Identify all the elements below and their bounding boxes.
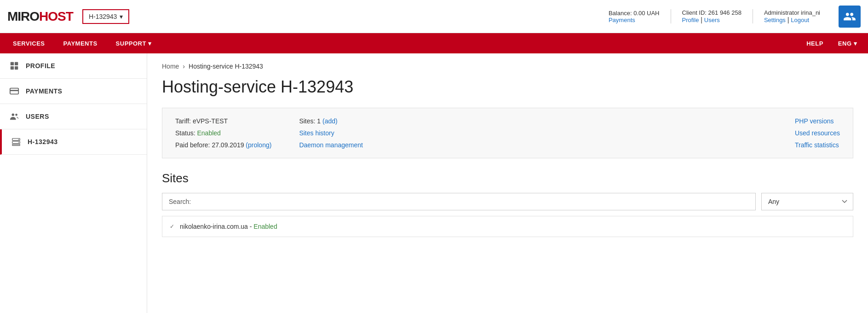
svg-point-9 bbox=[18, 139, 19, 140]
service-info-col-left: Tariff: eVPS-TEST Status: Enabled Paid b… bbox=[175, 117, 271, 149]
logout-link[interactable]: Logout bbox=[791, 17, 809, 23]
admin-block: Administrator irina_ni Settings | Logout bbox=[753, 9, 831, 23]
client-id-label: Client ID: 261 946 258 bbox=[682, 9, 742, 16]
svg-rect-5 bbox=[10, 90, 18, 91]
site-status-badge: Enabled bbox=[253, 223, 277, 230]
daemon-link[interactable]: Daemon management bbox=[299, 141, 363, 149]
svg-point-7 bbox=[15, 114, 17, 116]
svg-rect-3 bbox=[15, 66, 18, 70]
status-row: Status: Enabled bbox=[175, 129, 271, 137]
page-title: Hosting-service H-132943 bbox=[162, 77, 853, 97]
svg-rect-0 bbox=[11, 62, 14, 65]
sidebar-item-profile[interactable]: PROFILE bbox=[0, 53, 147, 79]
nav-support[interactable]: SUPPORT ▾ bbox=[107, 33, 161, 53]
domain-name: nikolaenko-irina.com.ua bbox=[180, 223, 248, 230]
sites-history-link[interactable]: Sites history bbox=[299, 129, 334, 137]
admin-label: Administrator irina_ni bbox=[764, 9, 820, 16]
avatar[interactable] bbox=[839, 6, 861, 28]
nav-lang[interactable]: ENG ▾ bbox=[831, 40, 864, 47]
sidebar-profile-label: PROFILE bbox=[26, 62, 55, 70]
main-layout: PROFILE PAYMENTS USERS bbox=[0, 53, 868, 313]
sites-label: Sites: bbox=[299, 117, 315, 125]
content-area: Home › Hosting-service H-132943 Hosting-… bbox=[147, 53, 868, 313]
logo: MIRO HOST bbox=[7, 9, 73, 24]
site-domain: nikolaenko-irina.com.ua - Enabled bbox=[180, 223, 277, 230]
lang-chevron-icon: ▾ bbox=[854, 40, 857, 47]
service-info-panel: Tariff: eVPS-TEST Status: Enabled Paid b… bbox=[162, 108, 853, 158]
breadcrumb-separator: › bbox=[183, 63, 185, 70]
header-info: Balance: 0.00 UAH Payments Client ID: 26… bbox=[598, 9, 831, 23]
sidebar-users-label: USERS bbox=[26, 113, 49, 120]
used-resources-link[interactable]: Used resources bbox=[795, 129, 840, 137]
traffic-statistics-link[interactable]: Traffic statistics bbox=[795, 141, 840, 149]
status-value: Enabled bbox=[197, 129, 220, 137]
payments-icon bbox=[9, 86, 19, 96]
paid-before-label: Paid before: 27.09.2019 bbox=[175, 141, 244, 149]
profile-icon bbox=[9, 61, 19, 71]
nav-payments[interactable]: PAYMENTS bbox=[54, 33, 107, 53]
users-link[interactable]: Users bbox=[704, 17, 720, 23]
tariff-label: Tariff: bbox=[175, 117, 191, 125]
svg-rect-2 bbox=[11, 66, 14, 70]
nav-bar: SERVICES PAYMENTS SUPPORT ▾ HELP ENG ▾ bbox=[0, 33, 868, 53]
svg-rect-12 bbox=[12, 145, 20, 146]
nav-services[interactable]: SERVICES bbox=[4, 33, 54, 53]
payments-link[interactable]: Payments bbox=[609, 17, 660, 23]
sidebar-payments-label: PAYMENTS bbox=[26, 87, 62, 95]
search-row: Search: AnyEnabledDisabled bbox=[162, 193, 853, 210]
search-label: Search: bbox=[169, 198, 191, 205]
service-info-col-mid: Sites: 1 (add) Sites history Daemon mana… bbox=[299, 117, 363, 149]
tariff-row: Tariff: eVPS-TEST bbox=[175, 117, 271, 125]
search-input[interactable] bbox=[195, 198, 749, 205]
site-row: ✓ nikolaenko-irina.com.ua - Enabled bbox=[162, 216, 853, 237]
svg-rect-1 bbox=[15, 62, 18, 65]
svg-point-6 bbox=[12, 114, 15, 116]
breadcrumb: Home › Hosting-service H-132943 bbox=[162, 63, 853, 70]
nav-right: HELP ENG ▾ bbox=[799, 40, 864, 47]
logo-host: HOST bbox=[39, 9, 73, 24]
sites-section-title: Sites bbox=[162, 171, 853, 185]
breadcrumb-current: Hosting-service H-132943 bbox=[189, 63, 263, 70]
sites-count: 1 bbox=[317, 117, 321, 125]
sidebar-h132943-label: H-132943 bbox=[28, 138, 58, 145]
top-header: MIRO HOST H-132943 ▾ Balance: 0.00 UAH P… bbox=[0, 0, 868, 33]
svg-point-11 bbox=[18, 142, 19, 143]
client-id-block: Client ID: 261 946 258 Profile | Users bbox=[671, 9, 753, 23]
separator: | bbox=[701, 16, 704, 23]
prolong-link[interactable]: (prolong) bbox=[246, 141, 271, 149]
balance-block: Balance: 0.00 UAH Payments bbox=[598, 9, 671, 23]
sites-history-row: Sites history bbox=[299, 129, 363, 137]
daemon-row: Daemon management bbox=[299, 141, 363, 149]
paid-before-row: Paid before: 27.09.2019 (prolong) bbox=[175, 141, 271, 149]
nav-help[interactable]: HELP bbox=[799, 40, 831, 47]
status-label: Status: bbox=[175, 129, 195, 137]
add-link[interactable]: (add) bbox=[322, 117, 338, 125]
sidebar: PROFILE PAYMENTS USERS bbox=[0, 53, 147, 313]
site-row-chevron-icon[interactable]: ✓ bbox=[170, 223, 174, 230]
filter-select[interactable]: AnyEnabledDisabled bbox=[761, 193, 853, 210]
sites-row: Sites: 1 (add) bbox=[299, 117, 363, 125]
search-box: Search: bbox=[162, 193, 756, 210]
sidebar-item-h132943[interactable]: H-132943 bbox=[0, 129, 147, 155]
account-dropdown-label: H-132943 bbox=[89, 13, 117, 20]
users-icon bbox=[9, 111, 19, 122]
tariff-value: eVPS-TEST bbox=[193, 117, 228, 125]
profile-link[interactable]: Profile bbox=[682, 17, 699, 23]
account-dropdown[interactable]: H-132943 ▾ bbox=[82, 9, 130, 24]
hosting-icon bbox=[11, 137, 21, 147]
sidebar-item-users[interactable]: USERS bbox=[0, 104, 147, 129]
breadcrumb-home[interactable]: Home bbox=[162, 63, 179, 70]
balance-label: Balance: 0.00 UAH bbox=[609, 10, 660, 17]
settings-link[interactable]: Settings bbox=[764, 17, 786, 23]
chevron-down-icon: ▾ bbox=[120, 13, 123, 20]
php-versions-link[interactable]: PHP versions bbox=[795, 117, 840, 125]
service-info-col-right: PHP versions Used resources Traffic stat… bbox=[795, 117, 840, 149]
logo-miro: MIRO bbox=[7, 9, 39, 24]
sidebar-item-payments[interactable]: PAYMENTS bbox=[0, 79, 147, 104]
support-chevron-icon: ▾ bbox=[148, 40, 152, 47]
